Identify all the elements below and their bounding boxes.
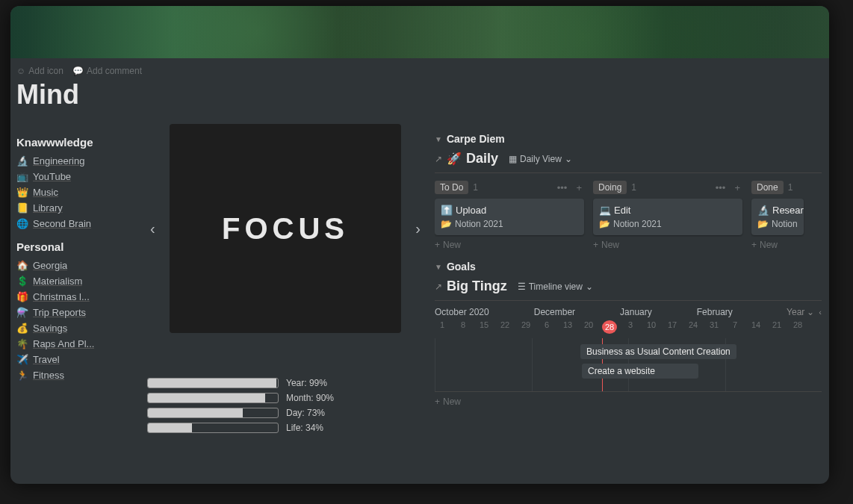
date-label: 8 [456, 320, 471, 334]
month-label: February [697, 307, 733, 317]
date-label: 6 [539, 320, 554, 334]
column-new-button[interactable]: +New [751, 240, 804, 250]
carousel-next[interactable]: › [409, 214, 426, 243]
sidebar-item-travel[interactable]: ✈️Travel [16, 352, 136, 367]
plus-icon: + [435, 396, 440, 407]
folder-icon: 📂 [599, 219, 610, 229]
sidebar-item-library[interactable]: 📒Library [16, 200, 136, 216]
daily-db-name[interactable]: Daily [466, 151, 498, 167]
daily-view-selector[interactable]: ▦ Daily View ⌄ [509, 154, 572, 164]
sidebar-item-christmas-l-[interactable]: 🎁Christmas l... [16, 289, 136, 305]
column-new-button[interactable]: +New [435, 240, 584, 250]
progress-bars: Year: 99%Month: 90%Day: 73%Life: 34% [147, 378, 416, 438]
plus-icon: + [751, 240, 757, 250]
column-tag: Doing [593, 181, 627, 194]
item-emoji: 🔬 [16, 155, 28, 167]
board-card[interactable]: ⬆️Upload 📂Notion 2021 [435, 199, 584, 235]
add-icon-button[interactable]: ☺ Add icon [16, 66, 63, 76]
progress-row: Life: 34% [147, 423, 416, 433]
card-emoji: ⬆️ [441, 205, 453, 216]
carpe-diem-toggle[interactable]: ▼ Carpe Diem [435, 133, 822, 145]
column-count: 1 [631, 182, 636, 193]
cover-image[interactable] [10, 6, 829, 58]
sidebar-item-trip-reports[interactable]: ⚗️Trip Reports [16, 305, 136, 320]
date-label: 14 [748, 320, 763, 334]
date-label: 10 [644, 320, 659, 334]
sidebar-item-youtube[interactable]: 📺YouTube [16, 169, 136, 184]
goals-heading: Goals [447, 261, 476, 273]
progress-row: Day: 73% [147, 408, 416, 418]
folder-icon: 📂 [757, 219, 769, 229]
timeline-view-selector[interactable]: ☰ Timeline view ⌄ [518, 281, 593, 292]
column-more-icon[interactable]: ••• [555, 182, 570, 193]
card-subtitle: Notion 2021 [455, 219, 503, 229]
sidebar-item-georgia[interactable]: 🏠Georgia [16, 258, 136, 273]
card-subtitle: Notion 2021 [613, 219, 662, 229]
item-label: Savings [33, 323, 67, 334]
sidebar-item-savings[interactable]: 💰Savings [16, 320, 136, 336]
daily-emoji: 🚀 [447, 152, 462, 166]
timeline-prev[interactable]: ‹ [819, 308, 822, 317]
progress-label: Month: 90% [286, 393, 334, 403]
timeline-new-button[interactable]: + New [435, 396, 822, 407]
smiley-icon: ☺ [16, 66, 25, 76]
date-label: 21 [769, 320, 784, 334]
board-card[interactable]: 💻Edit 📂Notion 2021 [593, 199, 742, 235]
sidebar-item-raps-and-pl-[interactable]: 🌴Raps And Pl... [16, 336, 136, 352]
card-title: Edit [614, 205, 630, 216]
add-comment-button[interactable]: 💬 Add comment [72, 66, 142, 76]
progress-bar [147, 378, 279, 388]
item-emoji: 🏠 [16, 260, 28, 271]
item-label: Materialism [33, 276, 82, 287]
item-emoji: 📒 [16, 202, 28, 214]
sidebar-item-materialism[interactable]: 💲Materialism [16, 273, 136, 289]
link-arrow-icon: ↗ [435, 154, 442, 164]
timeline-bar-create-website[interactable]: Create a website [582, 364, 698, 379]
comment-icon: 💬 [72, 66, 84, 76]
chevron-down-icon: ⌄ [586, 281, 593, 292]
triangle-down-icon: ▼ [435, 263, 442, 271]
item-label: Trip Reports [33, 307, 86, 318]
carpe-diem-heading: Carpe Diem [447, 133, 505, 145]
progress-row: Year: 99% [147, 378, 416, 388]
date-label: 3 [623, 320, 638, 334]
timeline-icon: ☰ [518, 281, 526, 292]
column-add-icon[interactable]: + [574, 182, 584, 193]
item-label: Christmas l... [33, 291, 90, 302]
sidebar-item-engineering[interactable]: 🔬Engineering [16, 153, 136, 169]
folder-icon: 📂 [441, 219, 452, 229]
chevron-down-icon: ⌄ [565, 154, 572, 164]
date-label: 24 [686, 320, 701, 334]
sidebar-item-fitness[interactable]: 🏃Fitness [16, 367, 136, 383]
date-label: 13 [560, 320, 575, 334]
item-label: Fitness [33, 370, 64, 381]
timeline-bar-content-creation[interactable]: Business as Usual Content Creation [580, 344, 736, 359]
progress-label: Life: 34% [286, 423, 323, 433]
date-label: 1 [435, 320, 450, 334]
big-tingz-db-name[interactable]: Big Tingz [447, 279, 507, 294]
board-column-doing: Doing 1 •••+ 💻Edit 📂Notion 2021 +New [593, 181, 742, 250]
add-comment-label: Add comment [87, 66, 142, 76]
carousel-prev[interactable]: ‹ [144, 214, 161, 243]
goals-toggle[interactable]: ▼ Goals [435, 261, 822, 273]
column-new-button[interactable]: +New [593, 240, 742, 250]
column-add-icon[interactable]: + [732, 182, 742, 193]
column-more-icon[interactable]: ••• [713, 182, 728, 193]
date-label: 22 [497, 320, 512, 334]
personal-heading: Personal [16, 240, 136, 253]
year-selector[interactable]: Year ⌄ [787, 307, 814, 317]
sidebar-item-music[interactable]: 👑Music [16, 184, 136, 200]
date-label: 17 [665, 320, 680, 334]
column-count: 1 [788, 182, 793, 193]
item-emoji: ✈️ [16, 354, 28, 365]
item-emoji: 📺 [16, 171, 28, 182]
progress-bar [147, 423, 279, 433]
month-label: October 2020 [435, 307, 489, 317]
progress-bar [147, 408, 279, 418]
board-card[interactable]: 🔬Resear 📂Notion [751, 199, 804, 235]
item-label: Music [33, 187, 58, 198]
board-column-to-do: To Do 1 •••+ ⬆️Upload 📂Notion 2021 +New [435, 181, 584, 250]
sidebar-item-second-brain[interactable]: 🌐Second Brain [16, 216, 136, 231]
link-arrow-icon: ↗ [435, 281, 442, 292]
item-emoji: 🌴 [16, 338, 28, 349]
